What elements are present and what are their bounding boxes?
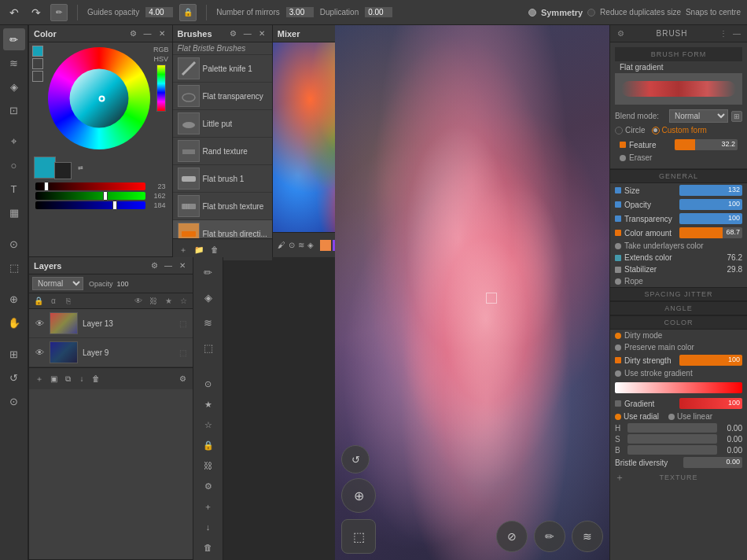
dirty-mode-toggle[interactable]	[615, 333, 621, 339]
layer-link-btn[interactable]: ⬚	[177, 318, 188, 329]
s-slider[interactable]	[627, 434, 717, 444]
tool-eyedropper[interactable]: ⊙	[3, 233, 25, 255]
layer-eye-btn[interactable]: 👁	[132, 295, 145, 308]
layer-group-btn[interactable]: ▣	[48, 374, 59, 385]
red-slider[interactable]	[35, 182, 145, 190]
layer-star2-btn[interactable]: ☆	[177, 295, 190, 308]
radio-circle[interactable]: Circle	[615, 126, 646, 134]
reduce-toggle[interactable]	[587, 9, 595, 17]
layers-settings-btn[interactable]: ⚙	[149, 260, 160, 271]
tool-v-brush[interactable]: ✏	[197, 260, 220, 284]
eraser-toggle[interactable]	[620, 155, 626, 161]
color-amount-slider[interactable]: 68.7	[679, 227, 742, 238]
tool-smudge[interactable]: ≋	[3, 52, 25, 74]
layer-blend-mode-select[interactable]: Normal	[32, 277, 83, 290]
brush-item[interactable]: Flat brush texture	[173, 193, 272, 220]
mixer-swatch-1[interactable]	[320, 240, 331, 251]
brush-item[interactable]: Flat brush directi...	[173, 220, 272, 238]
color-mode-hsv[interactable]: HSV	[154, 55, 169, 63]
float-undo-btn[interactable]: ↺	[341, 445, 370, 473]
brushes-minimize-btn[interactable]: —	[242, 28, 253, 39]
tool-lasso[interactable]: ⌖	[3, 131, 25, 153]
tool-text[interactable]: T	[3, 178, 25, 200]
tool-gradient[interactable]: ▦	[3, 201, 25, 223]
bg-color-swatch[interactable]	[54, 162, 72, 179]
canvas-area[interactable]: ↺ ⊕ ⬚ ⊘ ✏ ≋	[335, 25, 609, 560]
brush-panel-more-btn[interactable]: ⋮	[718, 28, 729, 39]
brush-panel-settings-icon[interactable]: ⚙	[615, 28, 626, 39]
use-linear-option[interactable]: Use linear	[668, 412, 712, 421]
layer-item[interactable]: 👁 Layer 9 ⬚	[29, 338, 193, 367]
float-blend-btn[interactable]: ≋	[572, 521, 603, 552]
color-cursor[interactable]	[99, 95, 105, 101]
mixer-smudge-btn[interactable]: ≋	[298, 240, 304, 251]
lock-icon-btn[interactable]: 🔒	[179, 4, 197, 21]
transparency-slider[interactable]: 100	[679, 213, 742, 224]
fg-color-swatch[interactable]	[34, 157, 56, 179]
layer-item[interactable]: 👁 Layer 13 ⬚	[29, 309, 193, 338]
mixer-eyedrop-btn[interactable]: ⊙	[289, 240, 295, 251]
palette-icon[interactable]	[32, 71, 43, 82]
tool-select[interactable]: ⊡	[3, 99, 25, 121]
tool-v-lock[interactable]: 🔒	[199, 436, 218, 455]
color-wheel-container[interactable]	[46, 46, 152, 151]
blend-mode-select[interactable]: Normal	[669, 109, 728, 123]
float-brush-tool-btn[interactable]: ✏	[534, 521, 565, 552]
color-wheel[interactable]	[48, 47, 150, 149]
color-settings-btn[interactable]: ⚙	[128, 28, 139, 39]
duplication-input[interactable]	[365, 7, 392, 17]
use-radial-option[interactable]: Use radial	[615, 412, 659, 421]
tool-v-plus[interactable]: ＋	[199, 497, 218, 516]
layer-visibility-toggle[interactable]: 👁	[34, 318, 45, 329]
layer-alpha-btn[interactable]: α	[47, 295, 60, 308]
tool-shape[interactable]: ○	[3, 154, 25, 176]
tool-pan[interactable]: ✋	[3, 311, 25, 333]
feature-slider[interactable]: 32.2	[675, 139, 738, 150]
brush-item[interactable]: Little put	[173, 110, 272, 138]
layer-clip-btn[interactable]: ⎘	[62, 295, 75, 308]
brush-delete-btn[interactable]: 🗑	[209, 245, 220, 256]
blue-slider[interactable]	[35, 201, 145, 209]
tool-v-fill[interactable]: ◈	[197, 286, 220, 309]
tool-undo-history[interactable]: ⊞	[3, 343, 25, 365]
radio-custom[interactable]: Custom form	[652, 126, 707, 134]
dirty-strength-slider[interactable]: 100	[679, 355, 742, 366]
color-mode-rgb[interactable]: RGB	[153, 46, 169, 53]
layer-duplicate-btn[interactable]: ⧉	[62, 374, 73, 385]
tool-zoom[interactable]: ⊕	[3, 288, 25, 310]
redo-button[interactable]: ↷	[28, 5, 44, 20]
tool-fill[interactable]: ◈	[3, 76, 25, 98]
layer-visibility-toggle[interactable]: 👁	[34, 347, 45, 358]
float-rotate-btn[interactable]: ⊕	[341, 478, 376, 513]
tool-rotate[interactable]: ↺	[3, 367, 25, 389]
take-underlayers-toggle[interactable]	[615, 243, 621, 249]
brush-item[interactable]: Rand texture	[173, 138, 272, 165]
brush-panel-minimize-btn[interactable]: —	[731, 28, 742, 39]
opacity-slider[interactable]: 100	[679, 199, 742, 210]
float-eraser-btn[interactable]: ⊘	[496, 521, 528, 552]
tool-v-star[interactable]: ★	[199, 395, 218, 414]
tool-v-chain[interactable]: ⛓	[199, 456, 218, 475]
layer-chain-btn[interactable]: ⛓	[147, 295, 160, 308]
tool-v-eye[interactable]: ⊙	[199, 374, 218, 393]
tool-v-smudge[interactable]: ≋	[197, 311, 220, 334]
tool-stabilizer[interactable]: ⊙	[3, 390, 25, 412]
b-slider[interactable]	[627, 445, 717, 455]
arrow-swap-icon[interactable]: ⇄	[78, 164, 83, 171]
brush-item[interactable]: Palette knife 1	[173, 55, 272, 83]
blend-mode-extra-btn[interactable]: ⊞	[731, 111, 742, 122]
color-picker-icon[interactable]	[32, 46, 43, 57]
layer-move-down-btn[interactable]: ↓	[76, 374, 87, 385]
brush-icon-btn[interactable]: ✏	[50, 4, 68, 21]
mixer-brush-btn[interactable]: 🖌	[278, 240, 285, 251]
float-layers-btn[interactable]: ⬚	[341, 519, 376, 554]
layer-link-btn[interactable]: ⬚	[177, 347, 188, 358]
layers-minimize-btn[interactable]: —	[163, 260, 174, 271]
gradient-strip[interactable]	[615, 382, 742, 393]
brushes-close-btn[interactable]: ✕	[256, 28, 267, 39]
rope-toggle[interactable]	[615, 278, 621, 285]
symmetry-toggle[interactable]	[528, 9, 536, 17]
brush-item[interactable]: Flat brush 1	[173, 165, 272, 193]
gradient-slider[interactable]: 100	[679, 398, 742, 409]
tool-v-trash[interactable]: 🗑	[199, 538, 218, 557]
